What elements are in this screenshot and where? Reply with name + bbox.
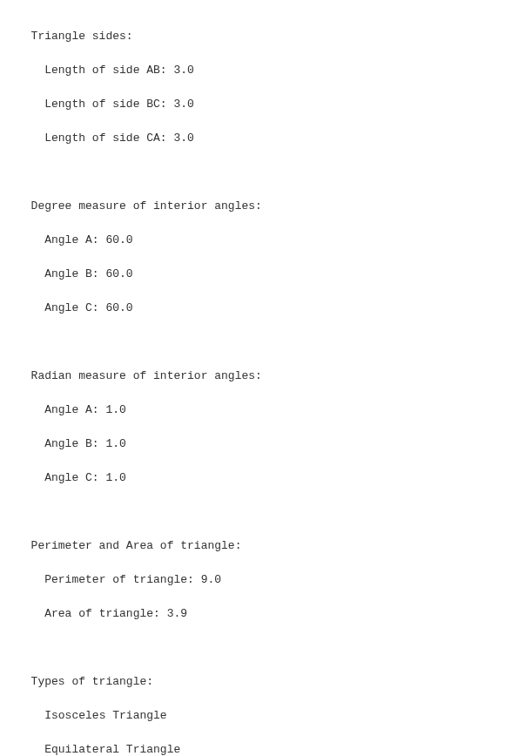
angle-a-rad: Angle A: 1.0 [44, 403, 126, 416]
angle-c-rad: Angle C: 1.0 [44, 471, 126, 484]
angle-b-deg: Angle B: 60.0 [44, 267, 132, 280]
angle-a-deg: Angle A: 60.0 [44, 233, 132, 246]
output-line: Length of side BC: 3.0 [17, 96, 515, 113]
side-ab: Length of side AB: 3.0 [44, 64, 194, 77]
output-line: Radian measure of interior angles: [17, 368, 515, 385]
triangle-type: Equilateral Triangle [44, 743, 180, 756]
blank-line [17, 503, 515, 521]
section-heading: Triangle sides: [31, 30, 133, 43]
angle-c-deg: Angle C: 60.0 [44, 301, 132, 314]
output-line: Length of side AB: 3.0 [17, 62, 515, 79]
output-line: Angle A: 1.0 [17, 402, 515, 419]
blank-line [17, 164, 515, 181]
output-line: Length of side CA: 3.0 [17, 130, 515, 147]
output-line: Types of triangle: [17, 673, 515, 691]
output-line: Degree measure of interior angles: [17, 198, 515, 215]
output-line: Area of triangle: 3.9 [17, 605, 515, 623]
side-ca: Length of side CA: 3.0 [44, 132, 194, 145]
section-heading: Types of triangle: [31, 675, 153, 688]
output-line: Isosceles Triangle [17, 707, 515, 725]
perimeter: Perimeter of triangle: 9.0 [44, 573, 221, 586]
output-line: Perimeter of triangle: 9.0 [17, 571, 515, 589]
output-line: Angle C: 1.0 [17, 469, 515, 487]
output-line: Angle B: 1.0 [17, 435, 515, 453]
output-line: Angle A: 60.0 [17, 232, 515, 249]
output-line: Equilateral Triangle [17, 741, 515, 757]
section-heading: Radian measure of interior angles: [31, 369, 262, 382]
output-line: Triangle sides: [17, 28, 515, 45]
angle-b-rad: Angle B: 1.0 [44, 437, 126, 450]
section-heading: Degree measure of interior angles: [31, 199, 262, 213]
output-line: Angle C: 60.0 [17, 300, 515, 317]
section-heading: Perimeter and Area of triangle: [31, 539, 242, 552]
area: Area of triangle: 3.9 [44, 607, 187, 620]
blank-line [17, 639, 515, 657]
side-bc: Length of side BC: 3.0 [44, 98, 194, 111]
output-line: Perimeter and Area of triangle: [17, 537, 515, 555]
blank-line [17, 334, 515, 351]
output-line: Angle B: 60.0 [17, 266, 515, 283]
triangle-type: Isosceles Triangle [44, 709, 166, 722]
